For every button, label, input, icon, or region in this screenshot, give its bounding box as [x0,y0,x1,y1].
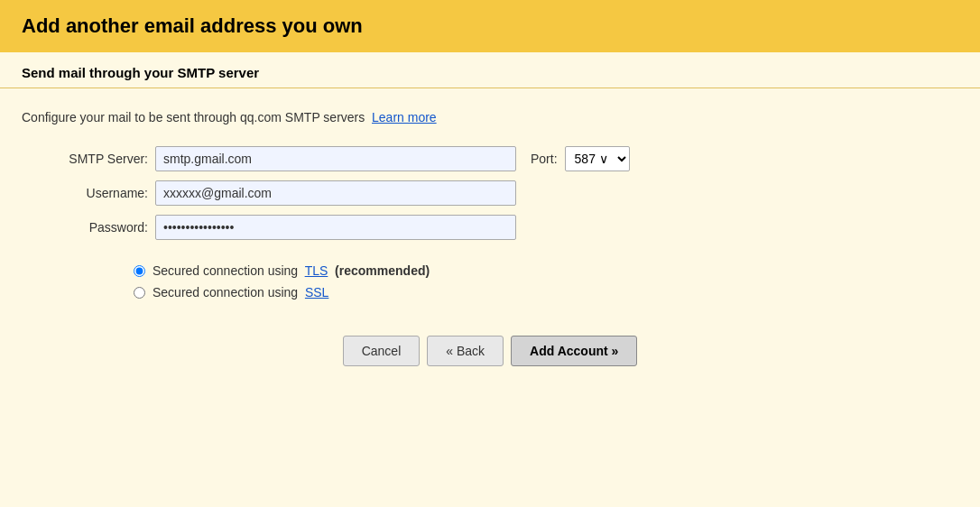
header: Add another email address you own [0,0,980,52]
subheader: Send mail through your SMTP server [0,52,980,88]
ssl-label: Secured connection using SSL [153,285,328,300]
username-row: Username: [22,180,958,206]
divider [0,88,980,88]
password-input[interactable] [155,215,516,240]
learn-more-link[interactable]: Learn more [372,110,437,124]
page-title: Add another email address you own [22,14,958,38]
port-label: Port: [531,152,558,166]
tls-link[interactable]: TLS [305,263,328,278]
add-account-button[interactable]: Add Account » [511,336,637,366]
ssl-radio[interactable] [134,287,145,299]
form-area: SMTP Server: Port: 587 ∨ 465 25 Username… [0,139,980,256]
ssl-radio-row: Secured connection using SSL [134,285,980,300]
username-label: Username: [22,186,148,200]
button-row: Cancel « Back Add Account » [0,314,980,366]
password-label: Password: [22,220,148,235]
smtp-input[interactable] [155,146,516,171]
tls-radio-row: Secured connection using TLS (recommende… [134,263,980,278]
description: Configure your mail to be sent through q… [0,103,980,139]
radio-section: Secured connection using TLS (recommende… [0,256,980,314]
password-row: Password: [22,215,958,240]
subheader-label: Send mail through your SMTP server [22,65,259,80]
cancel-button[interactable]: Cancel [343,336,421,366]
smtp-label: SMTP Server: [22,152,148,166]
tls-recommended: (recommended) [335,263,430,278]
username-input[interactable] [155,180,516,206]
tls-radio[interactable] [134,265,145,277]
port-select[interactable]: 587 ∨ 465 25 [565,146,630,171]
back-button[interactable]: « Back [427,336,504,366]
description-text: Configure your mail to be sent through q… [22,110,365,124]
ssl-link[interactable]: SSL [305,285,328,300]
tls-label: Secured connection using TLS (recommende… [153,263,430,278]
smtp-row: SMTP Server: Port: 587 ∨ 465 25 [22,146,958,171]
